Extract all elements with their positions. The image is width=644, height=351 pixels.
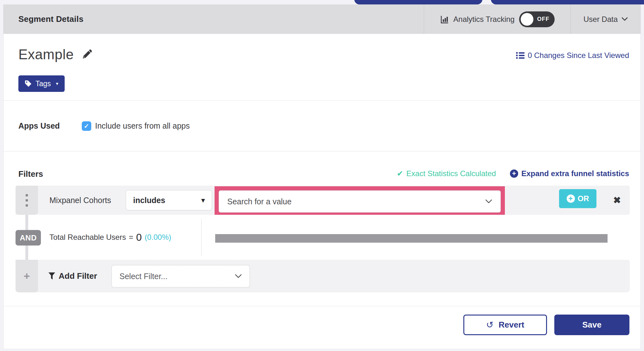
expand-link-label: Expand extra funnel statistics [521,169,629,178]
footer-divider [3,306,641,306]
exact-statistics-label: Exact Statistics Calculated [406,169,496,178]
filter-group: Mixpanel Cohorts includes ▾ Search for a… [16,186,630,292]
segment-details-page: Segment Details Analytics Tracking OFF U… [0,0,644,351]
reachable-users-bar [215,234,608,243]
save-button-label: Save [582,320,602,330]
reachable-percent: (0.00%) [145,233,171,242]
segment-name: Example [18,47,74,62]
value-search-select[interactable]: Search for a value [219,190,501,213]
change-list-icon [516,52,525,59]
include-all-apps-checkbox[interactable]: ✓ [82,121,91,131]
edit-pencil-icon[interactable] [81,49,92,60]
reachable-users-row: AND Total Reachable Users = 0 (0.00%) [16,215,630,260]
changes-link-label: 0 Changes Since Last Viewed [528,51,629,60]
segment-card: Segment Details Analytics Tracking OFF U… [3,4,641,349]
segment-header-bar: Segment Details Analytics Tracking OFF U… [3,4,641,34]
undo-icon: ↺ [486,320,493,330]
header-right-group: Analytics Tracking OFF User Data [424,4,641,34]
analytics-tracking-toggle[interactable]: OFF [519,11,555,27]
footer-buttons: ↺ Revert Save [463,315,629,335]
filter-row: Mixpanel Cohorts includes ▾ Search for a… [16,186,630,215]
filters-section: Filters ✔ Exact Statistics Calculated + … [3,151,641,349]
plus-circle-icon: + [510,169,518,178]
operator-value: includes [133,196,165,205]
filters-heading: Filters [18,169,43,179]
select-filter-dropdown[interactable]: Select Filter... [111,265,250,288]
chevron-down-icon [485,199,492,204]
caret-down-icon: ▾ [201,196,205,204]
reachable-equals: = [129,233,133,242]
total-reachable-users: Total Reachable Users = 0 (0.00%) [49,215,171,260]
vertical-divider [201,219,202,256]
expand-funnel-statistics-link[interactable]: + Expand extra funnel statistics [510,169,629,178]
tags-button-label: Tags [35,80,51,88]
add-filter-label: Add Filter [59,271,97,281]
user-data-dropdown[interactable]: User Data [570,4,641,34]
add-filter-row: + Add Filter Select Filter... [16,260,630,292]
save-button[interactable]: Save [554,315,629,335]
top-strip [0,0,644,4]
add-or-condition-button[interactable]: + OR [559,189,596,208]
select-filter-placeholder: Select Filter... [119,272,167,281]
reachable-value: 0 [136,232,142,243]
funnel-icon [48,272,55,280]
add-filter-label-group: Add Filter [48,260,97,292]
value-placeholder: Search for a value [227,197,292,206]
reachable-label: Total Reachable Users [49,233,126,242]
or-button-label: OR [578,194,589,203]
user-data-label: User Data [583,15,618,24]
apps-used-section: Apps Used ✓ Include users from all apps [3,101,641,151]
analytics-tracking-group: Analytics Tracking OFF [424,4,570,34]
title-section: Example 0 Changes Since Last Viewed Tags… [3,34,641,101]
exact-statistics-status: ✔ Exact Statistics Calculated [397,169,496,178]
analytics-tracking-label: Analytics Tracking [453,15,514,24]
plus-circle-icon: + [567,195,575,203]
remove-filter-button[interactable]: ✖ [608,186,627,215]
include-all-apps-label: Include users from all apps [95,121,190,131]
highlight-annotation: Search for a value [215,186,505,217]
filter-name: Mixpanel Cohorts [49,186,111,215]
bar-chart-icon [440,15,449,24]
filters-status-row: ✔ Exact Statistics Calculated + Expand e… [397,169,629,178]
changes-since-last-viewed-link[interactable]: 0 Changes Since Last Viewed [516,51,629,60]
add-filter-plus-handle[interactable]: + [16,260,38,292]
plus-icon: + [24,270,30,282]
toggle-knob [521,13,533,26]
page-title: Segment Details [18,14,83,24]
revert-button[interactable]: ↺ Revert [463,315,547,335]
drag-handle[interactable] [16,186,38,215]
segment-name-row: Example [18,47,92,62]
operator-select[interactable]: includes ▾ [126,190,212,210]
tag-icon [25,80,32,87]
checkbox-check-icon: ✓ [84,122,89,130]
cutoff-button-right[interactable] [491,0,644,4]
tags-button[interactable]: Tags ▾ [18,75,65,92]
check-icon: ✔ [397,169,403,178]
apps-used-label: Apps Used [18,121,82,131]
and-badge: AND [16,230,41,246]
toggle-state-label: OFF [537,16,550,22]
tags-caret-down-icon: ▾ [56,81,59,86]
close-icon: ✖ [613,195,621,206]
chevron-down-icon [235,274,242,278]
chevron-down-icon [621,17,628,21]
cutoff-button-left[interactable] [354,0,482,4]
revert-button-label: Revert [499,320,524,330]
